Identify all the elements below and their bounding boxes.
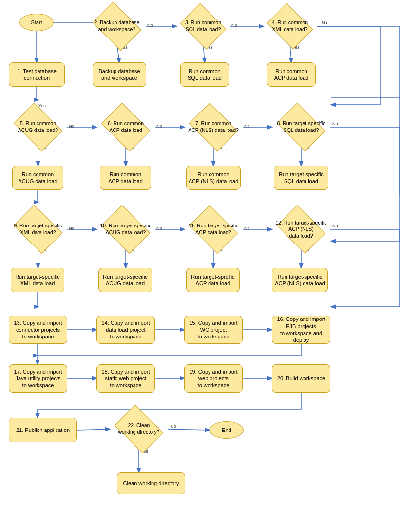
diamond-3: 3. Run commonSQL data load? [176,9,230,44]
node-14-label: 14. Copy and importdata load projectto w… [101,319,150,340]
diamond-10: 10. Run target-specificACUG data load? [96,212,155,247]
node-8: Run target-specificSQL data load [274,166,328,190]
svg-text:Yes: Yes [38,103,46,108]
svg-text:No: No [244,226,250,231]
node-12: Run target-specificACP (NLS) data load [272,268,328,292]
diamond-3-label: 3. Run commonSQL data load? [176,9,230,44]
diamond-2-label: 2. Backup databaseand workspace? [88,9,146,44]
diamond-8: 8. Run target-specificSQL data load? [272,110,330,145]
node-4-label: Run commonACP data load [274,68,309,82]
diamond-12: 12. Run target-specificACP (NLS)data loa… [272,212,330,247]
node-21-label: 21. Publish application [16,427,70,433]
diamond-9-label: 9. Run target-specificXML data load? [9,212,67,247]
svg-text:No: No [69,124,75,129]
node-13: 13. Copy and importconnector projectsto … [9,316,67,344]
node-6-label: Run commonACP data load [108,171,143,185]
node-8-label: Run target-specificSQL data load [279,171,324,185]
svg-text:No: No [332,224,338,228]
svg-text:No: No [156,124,162,129]
node-4: Run commonACP data load [267,62,316,87]
node-15-label: 15. Copy and importWC projectto workspac… [189,319,237,340]
diamond-22: 22. Cleanworking directory? [110,412,168,447]
node-1: 1. Test database connection [9,62,65,87]
node-18: 18. Copy and importstatic web projectto … [96,364,155,393]
diamond-11: 11. Run target-sprcificACP data load? [184,212,243,247]
node-19-label: 19. Copy and importweb projectsto worksp… [189,368,237,389]
node-18-label: 18. Copy and importstatic web projectto … [101,368,150,389]
diamond-6-label: 6. Run commonACP data load [96,110,155,145]
svg-line-30 [77,429,110,430]
svg-text:No: No [147,23,153,28]
diamond-22-label: 22. Cleanworking directory? [110,412,168,447]
node-2: Backup databaseand workspace [93,62,146,87]
node-22-label: Clean working directory [123,480,179,487]
svg-text:No: No [322,20,327,25]
svg-text:No: No [156,226,162,231]
node-13-label: 13. Copy and importconnector projectsto … [14,319,62,340]
node-17: 17. Copy and importJava utility projects… [9,364,67,393]
node-22: Clean working directory [117,472,185,494]
diamond-7-label: 7. Run commonACP (NLS) data load? [184,110,243,145]
node-3-label: Run commonSQL data load [188,68,222,82]
start-label: Start [31,19,42,26]
diamond-11-label: 11. Run target-sprcificACP data load? [184,212,243,247]
node-5: Run commonACUG data load [12,166,63,190]
node-2-label: Backup databaseand workspace [98,68,140,82]
node-10: Run target-specificACUG data load [98,268,152,292]
svg-text:No: No [69,226,75,231]
node-16: 16. Copy and importEJB projectsto worksp… [272,316,330,344]
svg-text:No: No [332,121,338,126]
node-3: Run commonSQL data load [180,62,229,87]
end-label: End [222,427,231,433]
node-10-label: Run target-specificACUG data load [103,273,148,287]
node-15: 15. Copy and importWC projectto workspac… [184,316,243,344]
diamond-12-label: 12. Run target-specificACP (NLS)data loa… [272,212,330,247]
svg-text:No: No [171,424,176,429]
diamond-10-label: 10. Run target-specificACUG data load? [96,212,155,247]
diamond-6: 6. Run commonACP data load [96,110,155,145]
node-7-label: Run commonACP (NLS) data load [189,171,239,185]
diamond-9: 9. Run target-specificXML data load? [9,212,67,247]
node-19: 19. Copy and importweb projectsto worksp… [184,364,243,393]
node-7: Run commonACP (NLS) data load [186,166,241,190]
diamond-8-label: 8. Run target-specificSQL data load? [272,110,330,145]
node-14: 14. Copy and importdata load projectto w… [96,316,155,344]
node-11-label: Run target-sprcificACP data load [191,273,234,287]
node-16-label: 16. Copy and importEJB projectsto worksp… [272,316,330,343]
diamond-5-label: 5. Run commonACUG data load? [9,110,67,145]
diamond-7: 7. Run commonACP (NLS) data load? [184,110,243,145]
svg-text:No: No [231,23,237,28]
node-20-label: 20. Build workspace [277,375,325,382]
node-12-label: Run target-specificACP (NLS) data load [275,273,325,287]
diamond-2: 2. Backup databaseand workspace? [88,9,146,44]
diamond-4: 4. Run commonXML data load? [263,9,317,44]
flowchart: No No No N [0,0,420,506]
diamond-5: 5. Run commonACUG data load? [9,110,67,145]
svg-text:No: No [244,124,250,129]
node-21: 21. Publish application [9,418,77,442]
node-20: 20. Build workspace [272,364,330,393]
node-11: Run target-sprcificACP data load [186,268,240,292]
node-9-label: Run target-specificXML data load [15,273,60,287]
end-node: End [210,421,244,439]
node-17-label: 17. Copy and importJava utility projects… [14,368,62,389]
node-6: Run commonACP data load [100,166,151,190]
node-9: Run target-specificXML data load [11,268,64,292]
node-1-label: 1. Test database connection [9,68,64,82]
svg-line-31 [168,429,210,430]
diamond-4-label: 4. Run commonXML data load? [263,9,317,44]
start-node: Start [19,14,54,31]
node-5-label: Run commonACUG data load [18,171,57,185]
